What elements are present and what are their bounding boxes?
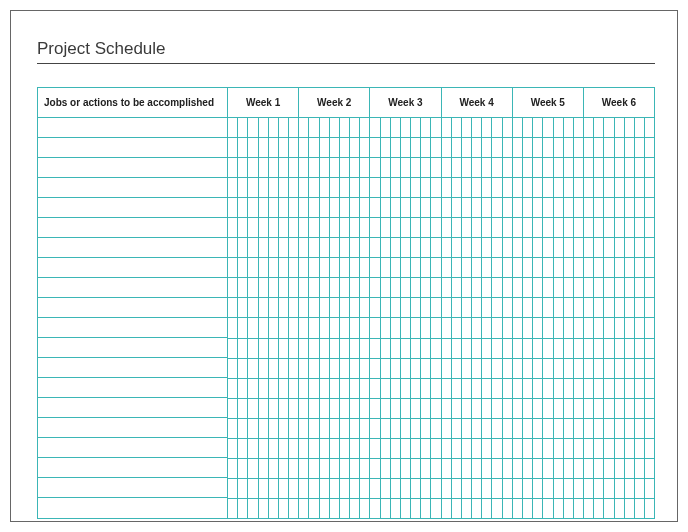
grid-cell xyxy=(625,439,635,458)
jobs-row xyxy=(38,478,227,498)
grid-cell xyxy=(431,359,441,378)
grid-cell xyxy=(492,318,502,337)
grid-row xyxy=(228,439,654,459)
grid-cell xyxy=(381,499,391,518)
grid-cell xyxy=(269,158,279,177)
grid-cell xyxy=(299,178,309,197)
grid-cell xyxy=(431,218,441,237)
grid-cell xyxy=(604,359,614,378)
grid-cell xyxy=(645,298,654,317)
grid-cell xyxy=(574,379,584,398)
grid-cell xyxy=(431,419,441,438)
grid-cell xyxy=(411,298,421,317)
grid-cell xyxy=(269,178,279,197)
grid-cell xyxy=(472,339,482,358)
grid-cell xyxy=(503,238,513,257)
grid-cell xyxy=(360,218,370,237)
grid-cell xyxy=(513,238,523,257)
grid-cell xyxy=(452,278,462,297)
grid-cell xyxy=(421,399,431,418)
grid-cell xyxy=(309,118,319,137)
grid-cell xyxy=(340,198,350,217)
grid-cell xyxy=(503,439,513,458)
grid-cell xyxy=(462,479,472,498)
grid-cell xyxy=(289,138,299,157)
grid-cell xyxy=(564,339,574,358)
grid-cell xyxy=(228,399,238,418)
grid-cell xyxy=(370,339,380,358)
grid-cell xyxy=(615,238,625,257)
grid-cell xyxy=(340,258,350,277)
grid-cell xyxy=(259,258,269,277)
grid-cell xyxy=(330,218,340,237)
schedule-table: Jobs or actions to be accomplished Week … xyxy=(37,87,655,519)
grid-cell xyxy=(604,258,614,277)
grid-cell xyxy=(472,238,482,257)
grid-cell xyxy=(594,419,604,438)
grid-cell xyxy=(604,238,614,257)
grid-cell xyxy=(391,198,401,217)
grid-cell xyxy=(421,158,431,177)
grid-cell xyxy=(411,258,421,277)
grid-cell xyxy=(594,158,604,177)
grid-cell xyxy=(421,339,431,358)
grid-cell xyxy=(482,479,492,498)
grid-cell xyxy=(320,459,330,478)
grid-cell xyxy=(543,419,553,438)
grid-cell xyxy=(564,298,574,317)
grid-cell xyxy=(492,218,502,237)
grid-cell xyxy=(554,158,564,177)
grid-cell xyxy=(452,318,462,337)
grid-cell xyxy=(391,118,401,137)
grid-cell xyxy=(238,318,248,337)
grid-cell xyxy=(533,339,543,358)
grid-cell xyxy=(228,238,238,257)
grid-cell xyxy=(574,318,584,337)
grid-cell xyxy=(635,118,645,137)
grid-cell xyxy=(289,399,299,418)
grid-cell xyxy=(452,359,462,378)
grid-cell xyxy=(391,379,401,398)
grid-cell xyxy=(391,258,401,277)
grid-cell xyxy=(472,278,482,297)
grid-cell xyxy=(492,379,502,398)
grid-cell xyxy=(228,198,238,217)
grid-cell xyxy=(452,479,462,498)
grid-row xyxy=(228,158,654,178)
grid-cell xyxy=(472,298,482,317)
grid-cell xyxy=(492,359,502,378)
grid-cell xyxy=(391,459,401,478)
grid-cell xyxy=(442,298,452,317)
grid-cell xyxy=(543,399,553,418)
grid-cell xyxy=(584,158,594,177)
grid-cell xyxy=(269,479,279,498)
grid-cell xyxy=(381,238,391,257)
grid-cell xyxy=(401,158,411,177)
grid-cell xyxy=(635,359,645,378)
grid-cell xyxy=(482,339,492,358)
grid-cell xyxy=(320,218,330,237)
jobs-row xyxy=(38,118,227,138)
grid-cell xyxy=(604,198,614,217)
grid-cell xyxy=(564,118,574,137)
grid-cell xyxy=(228,158,238,177)
grid-cell xyxy=(625,419,635,438)
grid-cell xyxy=(543,459,553,478)
grid-cell xyxy=(279,278,289,297)
grid-cell xyxy=(401,399,411,418)
grid-cell xyxy=(381,278,391,297)
grid-cell xyxy=(554,339,564,358)
grid-cell xyxy=(411,158,421,177)
grid-cell xyxy=(492,238,502,257)
grid-cell xyxy=(594,118,604,137)
grid-cell xyxy=(370,218,380,237)
grid-cell xyxy=(370,198,380,217)
grid-cell xyxy=(503,499,513,518)
grid-cell xyxy=(523,198,533,217)
grid-cell xyxy=(238,218,248,237)
grid-cell xyxy=(370,258,380,277)
grid-cell xyxy=(350,479,360,498)
grid-cell xyxy=(259,439,269,458)
grid-cell xyxy=(482,399,492,418)
grid-cell xyxy=(482,238,492,257)
